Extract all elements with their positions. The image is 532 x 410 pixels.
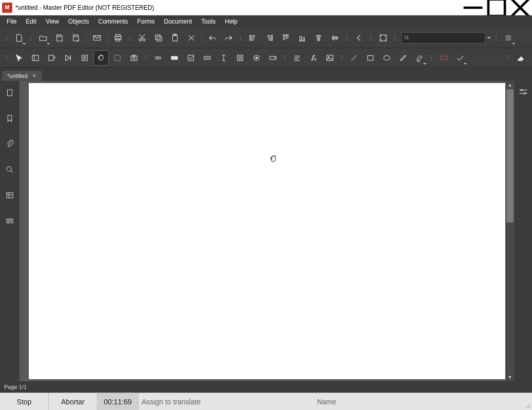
svg-point-96: [524, 93, 526, 94]
link-tool-button[interactable]: [150, 50, 166, 66]
assign-field[interactable]: Assign to translate: [139, 393, 314, 410]
list-box-tool-button[interactable]: [232, 50, 248, 66]
insert-text-tool-button[interactable]: [306, 50, 321, 66]
edit-text-tool-button[interactable]: [28, 50, 43, 66]
edit-forms-tool-button[interactable]: [44, 50, 60, 66]
fit-page-button[interactable]: [376, 30, 391, 46]
document-area[interactable]: ▲ ▼: [19, 81, 515, 381]
svg-point-68: [255, 56, 258, 59]
svg-rect-53: [159, 56, 161, 59]
copy-button[interactable]: [151, 30, 166, 46]
status-bar: Page 1/1: [0, 381, 532, 393]
align-bottom-button[interactable]: [294, 30, 310, 46]
paragraph-tool-button[interactable]: [289, 50, 305, 66]
menu-forms[interactable]: Forms: [133, 16, 160, 27]
svg-line-99: [530, 408, 530, 408]
menu-more-button[interactable]: [501, 30, 516, 46]
name-field[interactable]: Name: [314, 393, 524, 410]
abort-button[interactable]: Abortar: [49, 393, 97, 410]
tab-untitled[interactable]: *untitled ×: [2, 71, 42, 81]
checkbox-tool-button[interactable]: [183, 50, 199, 66]
combo-box-tool-button[interactable]: [265, 50, 281, 66]
insert-image-tool-button[interactable]: [322, 50, 338, 66]
radio-button-tool-button[interactable]: [249, 50, 264, 66]
highlighter-tool-button[interactable]: [412, 50, 427, 66]
prev-page-button[interactable]: [351, 30, 367, 46]
redo-button[interactable]: [221, 30, 237, 46]
checkmark-tool-button[interactable]: [452, 50, 468, 66]
email-button[interactable]: [89, 30, 105, 46]
svg-rect-49: [131, 56, 137, 60]
svg-rect-20: [268, 35, 272, 37]
align-top-button[interactable]: [278, 30, 293, 46]
pages-panel-button[interactable]: [3, 86, 16, 99]
search-box[interactable]: [401, 32, 485, 44]
scroll-up-icon[interactable]: ▲: [505, 81, 515, 89]
button-tool-button[interactable]: [200, 50, 215, 66]
svg-point-84: [7, 167, 11, 171]
eraser-tool-button[interactable]: [513, 50, 528, 66]
save-as-button[interactable]: [68, 30, 84, 46]
ellipse-tool-button[interactable]: [379, 50, 395, 66]
search-icon: [404, 35, 410, 41]
align-center-h-button[interactable]: [311, 30, 326, 46]
edit-document-tool-button[interactable]: [61, 50, 76, 66]
edit-field-button[interactable]: [167, 50, 182, 66]
tab-close-icon[interactable]: ×: [31, 72, 38, 79]
svg-rect-21: [269, 38, 271, 40]
svg-rect-7: [116, 38, 120, 41]
svg-point-90: [8, 220, 9, 222]
rectangle-tool-button[interactable]: [363, 50, 378, 66]
stop-button[interactable]: Stop: [0, 393, 49, 410]
svg-rect-82: [441, 56, 447, 60]
svg-rect-18: [251, 38, 253, 40]
text-field-tool-button[interactable]: [216, 50, 231, 66]
open-file-button[interactable]: [35, 30, 51, 46]
align-center-v-button[interactable]: [327, 30, 343, 46]
scroll-thumb[interactable]: [506, 89, 514, 222]
attachments-panel-button[interactable]: [3, 137, 16, 151]
signatures-panel-button[interactable]: [3, 214, 16, 228]
menu-edit[interactable]: Edit: [21, 16, 41, 27]
line-tool-button[interactable]: [346, 50, 362, 66]
hand-cursor-icon: [268, 154, 279, 167]
select-tool-button[interactable]: [11, 50, 27, 66]
maximize-button[interactable]: [485, 0, 508, 15]
new-file-button[interactable]: [11, 30, 27, 46]
pencil-tool-button[interactable]: [396, 50, 411, 66]
print-button[interactable]: [110, 30, 126, 46]
resize-grip-icon[interactable]: [524, 393, 532, 410]
align-right-button[interactable]: [262, 30, 277, 46]
stamp-tool-button[interactable]: [436, 50, 451, 66]
cut-button[interactable]: [134, 30, 150, 46]
svg-rect-48: [115, 55, 121, 60]
minimize-button[interactable]: [461, 0, 485, 15]
menu-view[interactable]: View: [41, 16, 64, 27]
close-button[interactable]: [508, 0, 532, 15]
scroll-down-icon[interactable]: ▼: [505, 373, 515, 381]
menu-tools[interactable]: Tools: [196, 16, 220, 27]
search-dropdown[interactable]: [485, 37, 492, 39]
menu-objects[interactable]: Objects: [64, 16, 94, 27]
undo-button[interactable]: [205, 30, 220, 46]
hand-tool-button[interactable]: [93, 50, 109, 66]
vertical-selection-tool-button[interactable]: [77, 50, 92, 66]
select-area-tool-button[interactable]: [110, 50, 125, 66]
menu-help[interactable]: Help: [220, 16, 242, 27]
properties-panel-button[interactable]: [518, 88, 528, 97]
page-canvas[interactable]: [29, 83, 505, 379]
align-left-button[interactable]: [245, 30, 261, 46]
save-button[interactable]: [52, 30, 67, 46]
search-panel-button[interactable]: [3, 163, 16, 176]
paste-button[interactable]: [167, 30, 183, 46]
snapshot-tool-button[interactable]: [126, 50, 142, 66]
vertical-scrollbar[interactable]: ▲ ▼: [505, 81, 515, 381]
bookmarks-panel-button[interactable]: [3, 112, 16, 125]
search-input[interactable]: [412, 35, 483, 41]
svg-rect-52: [155, 56, 158, 59]
delete-button[interactable]: [184, 30, 199, 46]
menu-file[interactable]: File: [2, 16, 21, 27]
thumbnails-panel-button[interactable]: [3, 189, 16, 202]
menu-document[interactable]: Document: [160, 16, 197, 27]
menu-comments[interactable]: Comments: [94, 16, 133, 27]
